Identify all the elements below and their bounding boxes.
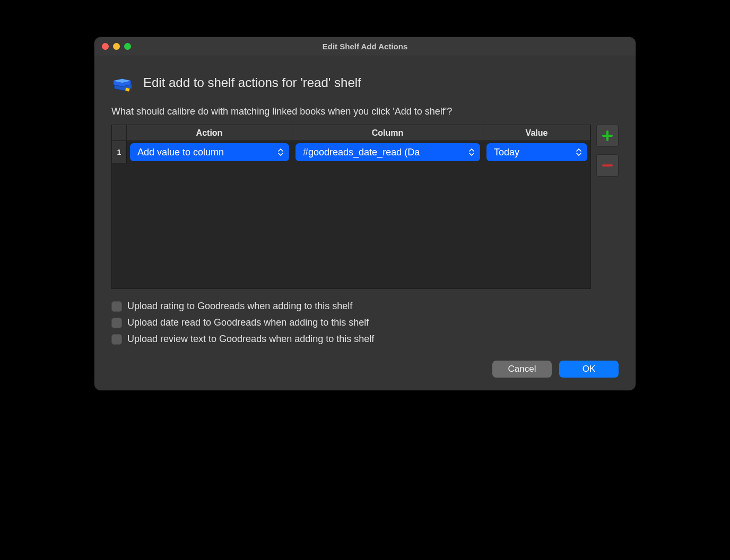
actions-table: Action Column Value 1 Add value to colum… <box>111 125 591 289</box>
close-window-button[interactable] <box>102 43 109 50</box>
table-body: 1 Add value to column <box>112 141 590 288</box>
upload-review-checkbox[interactable] <box>111 334 122 345</box>
books-icon <box>111 71 135 94</box>
dialog-description: What should calibre do with matching lin… <box>111 106 619 117</box>
add-row-button[interactable] <box>596 125 619 147</box>
traffic-lights <box>94 43 131 50</box>
titlebar: Edit Shelf Add Actions <box>94 37 636 56</box>
checkbox-group: Upload rating to Goodreads when adding t… <box>111 301 619 345</box>
chevron-up-down-icon <box>275 145 286 159</box>
upload-date-read-checkbox[interactable] <box>111 318 122 328</box>
column-select-value: #goodreads_date_read (Da <box>303 147 420 158</box>
column-header-index <box>112 125 127 141</box>
upload-rating-checkbox[interactable] <box>111 301 122 312</box>
dialog-header: Edit add to shelf actions for 'read' she… <box>111 71 619 94</box>
action-select-value: Add value to column <box>137 147 224 158</box>
remove-row-button[interactable] <box>596 154 619 177</box>
column-header-column: Column <box>292 125 483 141</box>
dialog-window: Edit Shelf Add Actions Edit add to shelf… <box>94 37 636 390</box>
upload-date-read-label: Upload date read to Goodreads when addin… <box>127 317 369 328</box>
chevron-up-down-icon <box>573 145 584 159</box>
table-row: 1 Add value to column <box>112 141 590 163</box>
table-wrapper: Action Column Value 1 Add value to colum… <box>111 125 619 289</box>
chevron-up-down-icon <box>466 145 477 159</box>
action-select[interactable]: Add value to column <box>130 143 289 161</box>
upload-review-checkbox-row[interactable]: Upload review text to Goodreads when add… <box>111 334 619 345</box>
dialog-title: Edit add to shelf actions for 'read' she… <box>143 75 361 90</box>
column-header-value: Value <box>483 125 590 141</box>
value-select-value: Today <box>494 147 519 158</box>
minus-icon <box>602 160 613 171</box>
column-select[interactable]: #goodreads_date_read (Da <box>296 143 480 161</box>
upload-date-read-checkbox-row[interactable]: Upload date read to Goodreads when addin… <box>111 317 619 328</box>
upload-rating-label: Upload rating to Goodreads when adding t… <box>127 301 352 312</box>
dialog-content: Edit add to shelf actions for 'read' she… <box>94 56 636 390</box>
window-title: Edit Shelf Add Actions <box>94 42 636 51</box>
row-index: 1 <box>112 141 127 163</box>
row-buttons <box>596 125 619 177</box>
plus-icon <box>602 130 613 142</box>
dialog-footer: Cancel OK <box>111 361 619 378</box>
cancel-button[interactable]: Cancel <box>492 361 552 378</box>
upload-review-label: Upload review text to Goodreads when add… <box>127 334 374 345</box>
table-header: Action Column Value <box>112 125 590 141</box>
upload-rating-checkbox-row[interactable]: Upload rating to Goodreads when adding t… <box>111 301 619 312</box>
column-header-action: Action <box>127 125 292 141</box>
value-select[interactable]: Today <box>486 143 587 161</box>
zoom-window-button[interactable] <box>124 43 131 50</box>
ok-button[interactable]: OK <box>559 361 619 378</box>
minimize-window-button[interactable] <box>113 43 120 50</box>
